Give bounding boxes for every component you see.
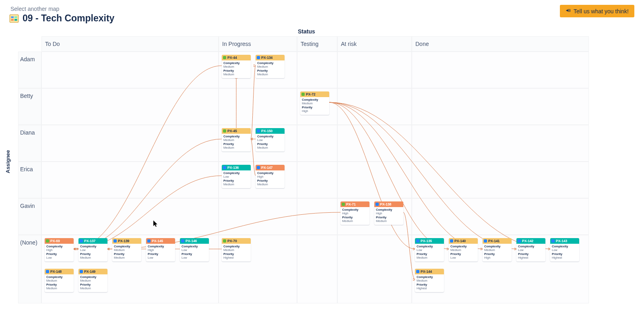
row-header[interactable]: Diana [18,125,41,162]
issue-card[interactable]: PX-147ComplexityHighPriorityMedium [256,165,285,188]
issue-card[interactable]: PX-139ComplexityMediumPriorityMedium [112,238,141,261]
issue-card[interactable]: PX-70ComplexityMediumPriorityHighest [222,238,251,261]
grid-cell[interactable] [41,52,219,88]
row-header[interactable]: Adam [18,52,41,88]
issue-type-icon [223,56,226,59]
card-body: ComplexityLowPriorityHighest [550,244,579,261]
grid-cell[interactable] [297,198,337,235]
issue-card[interactable]: PX-69ComplexityHighPriorityLow [45,238,74,261]
grid-cell[interactable] [297,125,337,162]
issue-card[interactable]: PX-146ComplexityLowPriorityLow [180,238,209,261]
grid-cell[interactable] [41,125,219,162]
issue-card[interactable]: PX-140ComplexityMediumPriorityLow [449,238,478,261]
complexity-value: Medium [80,279,106,282]
priority-label: Priority [552,252,578,256]
grid-cell[interactable] [337,52,412,88]
issue-key: PX-140 [454,239,466,243]
issue-card[interactable]: PX-141ComplexityMediumPriorityHigh [483,238,512,261]
map-grid: To DoIn ProgressTestingAt riskDone AdamB… [18,36,626,326]
priority-value: Medium [80,286,106,290]
grid-cell[interactable] [412,125,589,162]
grid-cell[interactable] [412,162,589,198]
complexity-value: Low [182,248,207,252]
issue-type-icon [301,93,305,96]
grid-cell[interactable] [41,162,219,198]
issue-type-icon [223,166,226,169]
issue-card[interactable]: PX-72ComplexityMediumPriorityHigh [300,91,329,115]
issue-card[interactable]: PX-145ComplexityHighPriorityLow [146,238,175,261]
complexity-value: Medium [46,279,72,282]
complexity-label: Complexity [302,98,328,102]
priority-label: Priority [80,283,106,286]
priority-value: Low [46,256,72,259]
grid-cell[interactable] [297,162,337,198]
issue-card[interactable]: PX-138ComplexityHighPriorityMedium [374,201,403,225]
grid-cell[interactable] [337,88,412,125]
card-body: ComplexityMediumPriorityMedium [222,134,251,151]
card-header: PX-142 [516,238,545,244]
issue-type-icon [518,239,521,243]
grid-cell[interactable] [219,198,297,235]
row-header[interactable]: Gavin [18,198,41,235]
card-header: PX-45 [222,128,251,134]
priority-label: Priority [80,252,106,256]
issue-card[interactable]: PX-45ComplexityMediumPriorityMedium [222,128,251,151]
issue-card[interactable]: PX-44ComplexityMediumPriorityMedium [222,55,251,78]
issue-card[interactable]: PX-148ComplexityMediumPriorityMedium [45,269,74,292]
issue-key: PX-146 [186,239,197,243]
priority-value: Medium [257,146,283,149]
column-header[interactable]: To Do [41,36,219,52]
grid-cell[interactable] [412,52,589,88]
grid-cell[interactable] [41,88,219,125]
feedback-button[interactable]: Tell us what you think! [560,5,634,17]
issue-type-icon [257,166,260,169]
complexity-label: Complexity [148,245,173,248]
grid-cell[interactable] [412,198,589,235]
issue-card[interactable]: PX-137ComplexityLowPriorityMedium [78,238,107,261]
card-body: ComplexityLowPriorityLow [180,244,209,261]
grid-cell[interactable] [219,88,297,125]
issue-type-icon [46,270,49,273]
grid-cell[interactable] [337,235,412,303]
complexity-label: Complexity [417,275,442,279]
issue-card[interactable]: PX-144ComplexityMediumPriorityHighest [415,269,444,292]
complexity-value: High [376,212,402,215]
issue-key: PX-138 [380,202,391,206]
complexity-label: Complexity [223,245,249,248]
card-header: PX-140 [449,238,478,244]
grid-cell[interactable] [297,52,337,88]
issue-key: PX-144 [421,270,432,274]
card-body: ComplexityHighPriorityMedium [341,207,369,225]
issue-key: PX-45 [227,129,237,133]
priority-label: Priority [450,252,476,256]
grid-cell[interactable] [337,162,412,198]
column-header[interactable]: Testing [297,36,337,52]
issue-card[interactable]: PX-136ComplexityLowPriorityMedium [222,165,251,188]
grid-cell[interactable] [41,198,219,235]
select-another-map-link[interactable]: Select another map [10,6,59,12]
row-header[interactable]: (None) [18,235,41,303]
row-header[interactable]: Betty [18,88,41,125]
issue-card[interactable]: PX-149ComplexityMediumPriorityMedium [78,269,107,292]
issue-card[interactable]: PX-71ComplexityHighPriorityMedium [341,201,369,225]
grid-cell[interactable] [337,125,412,162]
grid-cell[interactable] [412,88,589,125]
column-header[interactable]: In Progress [219,36,297,52]
complexity-value: Low [257,138,283,142]
card-header: PX-139 [112,238,141,244]
card-body: ComplexityLowPriorityMedium [222,170,251,188]
complexity-label: Complexity [46,245,72,248]
row-header[interactable]: Erica [18,162,41,198]
issue-key: PX-72 [306,92,316,96]
column-header[interactable]: At risk [337,36,412,52]
issue-type-icon [551,239,555,243]
column-header[interactable]: Done [412,36,589,52]
issue-card[interactable]: PX-150ComplexityLowPriorityMedium [256,128,285,151]
issue-card[interactable]: PX-134ComplexityMediumPriorityMedium [256,55,285,78]
issue-card[interactable]: PX-142ComplexityLowPriorityHighest [516,238,545,261]
card-body: ComplexityMediumPriorityMedium [78,274,107,292]
issue-card[interactable]: PX-135ComplexityLowPriorityMedium [415,238,444,261]
issue-card[interactable]: PX-143ComplexityLowPriorityHighest [550,238,579,261]
grid-cell[interactable] [297,235,337,303]
issue-type-icon [376,203,379,206]
